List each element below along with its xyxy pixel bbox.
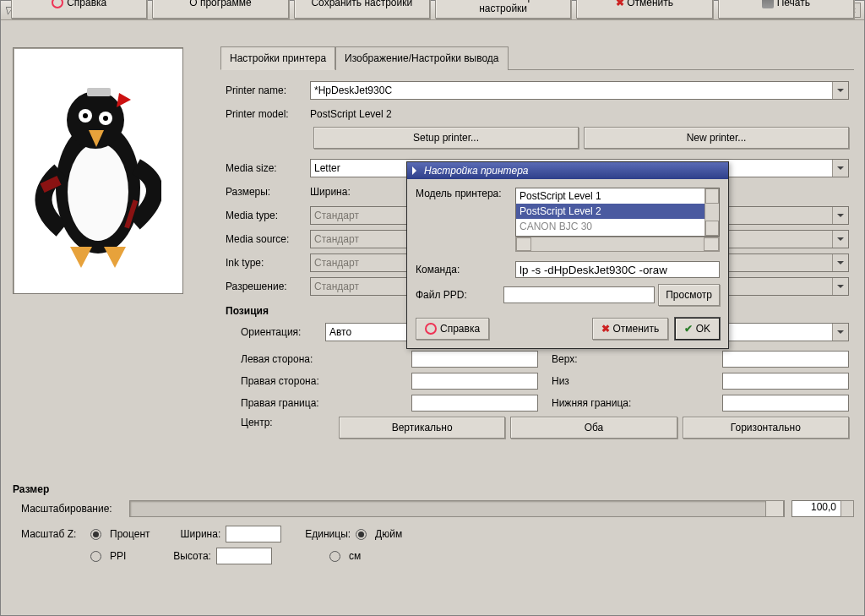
print-button[interactable]: Печать <box>718 0 854 19</box>
media-source-label: Media source: <box>226 233 310 245</box>
height-input[interactable] <box>216 548 272 564</box>
svg-marker-12 <box>117 93 131 107</box>
center-vertical-button[interactable]: Вертикально <box>339 417 505 439</box>
width-input[interactable] <box>226 526 281 542</box>
printer-model-value: PostScript Level 2 <box>310 108 392 120</box>
svg-marker-8 <box>70 247 92 268</box>
main-window: ▽ 001_1.jpg -- Печать v4.2 _ □ × <box>0 0 865 616</box>
horizontal-scrollbar[interactable] <box>515 237 720 252</box>
close-icon: ✖ <box>616 0 624 8</box>
tab-output-settings[interactable]: Изображение/Настройки вывода <box>335 46 508 70</box>
penguin-icon <box>35 69 161 272</box>
help-icon <box>52 0 63 8</box>
chevron-down-icon[interactable] <box>832 160 848 177</box>
size-heading: Размер <box>13 483 854 495</box>
left-side-label: Левая сторона: <box>241 353 334 365</box>
dialog-ppd-label: Файл PPD: <box>416 289 503 301</box>
right-bound-input[interactable] <box>411 395 538 412</box>
bottom-bound-input[interactable] <box>722 395 849 412</box>
dialog-model-label: Модель принтера: <box>416 188 515 199</box>
command-input[interactable] <box>515 261 720 278</box>
scalez-percent-label: Процент <box>110 528 150 540</box>
printer-name-label: Printer name: <box>226 84 310 96</box>
units-cm-label: см <box>349 550 361 562</box>
setup-printer-button[interactable]: Setup printer... <box>313 127 579 149</box>
chevron-down-icon[interactable] <box>832 82 848 99</box>
scalez-ppi-radio[interactable] <box>90 551 101 562</box>
dialog-ok-label: OK <box>696 323 710 335</box>
print-button-label: Печать <box>777 0 810 8</box>
width-label: Ширина: <box>310 186 376 198</box>
units-label: Единицы: <box>305 528 351 540</box>
scale-value: 100,0 <box>811 501 836 513</box>
ppd-input[interactable] <box>503 286 655 303</box>
cancel-button[interactable]: ✖ Отменить <box>576 0 712 19</box>
right-bound-label: Правая граница: <box>241 397 334 409</box>
dialog-cancel-label: Отменить <box>612 323 659 335</box>
chevron-down-icon[interactable] <box>832 324 848 341</box>
resolution-label: Разрешение: <box>226 281 310 292</box>
print-and-save-button[interactable]: Напечатать и сохранить настройки <box>435 0 571 19</box>
triangle-icon <box>412 166 421 175</box>
ink-type-label: Ink type: <box>226 257 310 269</box>
printer-setup-dialog: Настройка принтера Модель принтера: Post… <box>406 161 729 349</box>
help-button-label: Справка <box>67 0 106 8</box>
tab-printer-settings[interactable]: Настройки принтера <box>220 46 335 70</box>
scale-thumb[interactable] <box>765 500 784 517</box>
list-item[interactable]: PostScript Level 2 <box>516 204 719 219</box>
scale-spinner[interactable]: 100,0 <box>792 500 854 517</box>
cancel-button-label: Отменить <box>627 0 673 8</box>
scale-label: Масштабирование: <box>21 503 122 515</box>
units-cm-radio[interactable] <box>329 551 340 562</box>
dialog-help-button[interactable]: Справка <box>416 318 489 340</box>
media-size-label: Media size: <box>226 162 310 174</box>
printer-model-listbox[interactable]: PostScript Level 1 PostScript Level 2 CA… <box>515 188 720 237</box>
scalez-label: Масштаб Z: <box>21 528 85 540</box>
dialog-cancel-button[interactable]: ✖ Отменить <box>592 318 668 340</box>
center-horizontal-button[interactable]: Горизонтально <box>683 417 849 439</box>
about-button[interactable]: О программе <box>152 0 288 19</box>
printer-name-combo[interactable]: *HpDeskJet930C <box>310 81 849 100</box>
width2-label: Ширина: <box>181 528 221 540</box>
orientation-label: Ориентация: <box>241 326 325 338</box>
left-side-input[interactable] <box>411 351 538 368</box>
chevron-down-icon[interactable] <box>832 254 848 271</box>
center-label: Центр: <box>241 417 334 439</box>
scale-slider[interactable] <box>129 500 785 517</box>
svg-point-6 <box>103 116 108 121</box>
list-item[interactable]: PostScript Level 1 <box>516 188 719 204</box>
media-source-value: Стандарт <box>314 233 359 245</box>
dialog-ok-button[interactable]: ✔ OK <box>675 318 720 340</box>
dialog-help-label: Справка <box>440 323 480 335</box>
browse-button[interactable]: Просмотр <box>658 284 720 306</box>
bottom-input[interactable] <box>722 373 849 390</box>
units-inch-label: Дюйм <box>375 528 402 540</box>
top-input[interactable] <box>722 351 849 368</box>
media-size-value: Letter <box>314 162 340 174</box>
dialog-titlebar[interactable]: Настройка принтера <box>407 162 728 179</box>
chevron-down-icon[interactable] <box>832 278 848 295</box>
preview-image <box>35 69 161 272</box>
new-printer-button[interactable]: New printer... <box>584 127 849 149</box>
center-both-button[interactable]: Оба <box>510 417 677 439</box>
dialog-title: Настройка принтера <box>424 165 529 177</box>
scalez-percent-radio[interactable] <box>90 529 101 540</box>
help-icon <box>425 323 437 335</box>
list-item[interactable]: CANON BJC 30 <box>516 219 719 234</box>
bottom-label: Низ <box>552 375 645 387</box>
preview-pane <box>13 47 183 294</box>
right-side-input[interactable] <box>411 373 538 390</box>
save-settings-button[interactable]: Сохранить настройки <box>294 0 430 19</box>
help-button[interactable]: Справка <box>11 0 147 19</box>
dimensions-label: Размеры: <box>226 186 310 198</box>
printer-model-label: Printer model: <box>226 108 310 120</box>
close-icon: ✖ <box>601 323 610 335</box>
chevron-down-icon[interactable] <box>832 231 848 248</box>
units-inch-radio[interactable] <box>356 529 367 540</box>
svg-marker-9 <box>104 247 126 268</box>
right-side-label: Правая сторона: <box>241 375 334 387</box>
chevron-down-icon[interactable] <box>832 207 848 224</box>
vertical-scrollbar[interactable] <box>705 188 719 236</box>
media-type-value: Стандарт <box>314 210 359 221</box>
top-label: Верх: <box>552 353 645 365</box>
